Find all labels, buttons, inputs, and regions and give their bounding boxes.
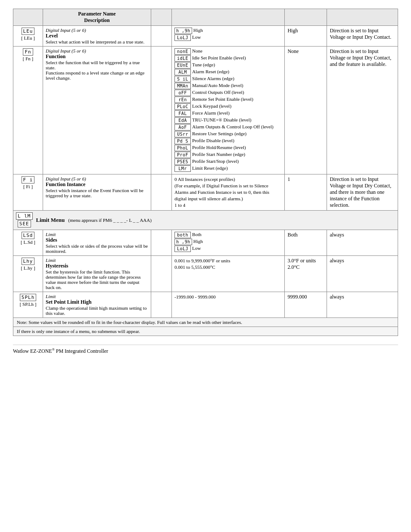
range-box: P5E5 [174, 159, 191, 165]
header-appears [327, 9, 398, 26]
param-italic: Limit [46, 258, 148, 263]
section-header-cell: L lM SEE Limit Menu (menu apprears if PM… [13, 211, 398, 230]
display-label: [ SP.Lh ] [16, 302, 40, 307]
header-settings [151, 9, 171, 26]
param-cell: Limit Sides Select which side or sides o… [43, 230, 151, 256]
header-param: Parameter NameDescription [43, 9, 151, 26]
param-cell: Digital Input (5 or 6) Level Select what… [43, 26, 151, 47]
param-bold: Set Point Limit High [46, 299, 148, 305]
range-item: LoLJ Low [174, 246, 282, 252]
range-text: 0 All Instances (except profiles)(For ex… [174, 177, 269, 208]
header-display [13, 9, 43, 26]
param-bold: Hysteresis [46, 263, 148, 269]
range-box: ProF [174, 152, 191, 158]
range-item: LMr Limit Reset (edge) [174, 165, 282, 172]
settings-cell [151, 174, 171, 211]
param-italic: Digital Input (5 or 6) [46, 176, 148, 181]
param-cell: Limit Hysteresis Set the hysteresis for … [43, 256, 151, 292]
settings-cell [151, 26, 171, 47]
appears-cell: Direction is set to Input Voltage or Inp… [327, 26, 398, 47]
main-table: Parameter NameDescription LEu [ LEu ] Di… [13, 9, 398, 336]
range-cell: nonE None idLE Idle Set Point Enable (le… [172, 47, 285, 174]
param-italic: Digital Input (5 or 6) [46, 48, 148, 53]
range-cell: h ,9h High LoLJ Low [172, 26, 285, 47]
range-item: EdA TRU-TUNE+® Disable (level) [174, 117, 282, 124]
default-cell: None [285, 47, 327, 174]
range-box: Pd S [174, 138, 191, 144]
range-label: Profile Start/Stop (level) [192, 159, 239, 164]
range-item: S iL Silence Alarms (edge) [174, 76, 282, 82]
range-box: LMr [174, 165, 191, 172]
range-box: AoF [174, 124, 191, 131]
range-item: h ,9h High [174, 239, 282, 245]
display-box-top: LEu [22, 28, 35, 35]
display-cell: Fn [ Fn ] [13, 47, 43, 174]
section-label: Limit Menu [36, 217, 65, 224]
display-cell: 5PLh [ SP.Lh ] [13, 292, 43, 318]
display-cell: Lhy [ L.hy ] [13, 256, 43, 292]
default-cell: 1 [285, 174, 327, 211]
range-box: h ,9h [174, 28, 192, 34]
range-label: Alarm Outputs & Control Loop Off (level) [192, 124, 274, 129]
default-cell: 3.0°F or units2.0°C [285, 256, 327, 292]
param-bold: Level [46, 33, 148, 39]
note-cell-1: If there is only one instance of a menu,… [13, 327, 398, 336]
range-label: Low [192, 246, 201, 251]
range-box: S iL [174, 76, 191, 82]
param-italic: Limit [46, 294, 148, 299]
range-cell: 0 All Instances (except profiles)(For ex… [172, 174, 285, 211]
display-box-top: F i [22, 176, 35, 184]
range-item: P5E5 Profile Start/Stop (level) [174, 159, 282, 165]
range-cell: 0.001 to 9,999.000°F or units0.001 to 5,… [172, 256, 285, 292]
display-box-top: Fn [23, 48, 33, 56]
range-box: LoLJ [174, 34, 191, 41]
range-item: FAL Force Alarm (level) [174, 110, 282, 117]
display-label: [ LEu ] [16, 35, 40, 40]
range-item: PLoC Lock Keypad (level) [174, 103, 282, 110]
range-label: Limit Reset (edge) [192, 165, 227, 171]
range-label: Tune (edge) [192, 62, 215, 67]
param-italic: Limit [46, 232, 148, 237]
range-item: USrr Restore User Settings (edge) [174, 131, 282, 137]
range-item: PhoL Profile Hold/Resume (level) [174, 145, 282, 151]
range-box: idLE [174, 55, 191, 62]
range-box: h ,9h [174, 239, 192, 245]
appears-cell: Direction is set to Input Voltage or Inp… [327, 47, 398, 174]
display-box-top: 5PLh [20, 294, 37, 301]
param-cell: Digital Input (5 or 6) Function Select t… [43, 47, 151, 174]
range-box: LoLJ [174, 246, 191, 252]
range-label: High [193, 28, 203, 33]
range-label: Lock Keypad (level) [192, 103, 231, 109]
range-label: Control Outputs Off (level) [192, 90, 244, 95]
param-bold: Function [46, 53, 148, 60]
display-label: [ Fi ] [16, 184, 40, 189]
param-italic: Digital Input (5 or 6) [46, 28, 148, 33]
range-item: LoLJ Low [174, 34, 282, 41]
range-cell: both Both h ,9h High LoLJ Low [172, 230, 285, 256]
range-box: MMAn [174, 83, 191, 89]
range-label: Profile Start Number (edge) [192, 152, 245, 157]
footer-left: Watlow EZ-ZONE® PM Integrated Controller [13, 348, 108, 355]
display-label: [ L.hy ] [16, 265, 40, 271]
range-cell: -1999.000 - 9999.000 [172, 292, 285, 318]
range-label: Both [192, 232, 201, 237]
section-header-content: L lM SEE Limit Menu (menu apprears if PM… [16, 212, 395, 228]
range-item: EUnE Tune (edge) [174, 62, 282, 68]
display-cell: F i [ Fi ] [13, 174, 43, 211]
appears-cell: always [327, 230, 398, 256]
range-label: TRU-TUNE+® Disable (level) [192, 117, 251, 122]
note-cell-0: Note: Some values will be rounded off to… [13, 318, 398, 327]
param-desc: Select which instance of the Event Funct… [46, 188, 148, 198]
param-desc: Set the hysteresis for the limit functio… [46, 269, 148, 290]
range-text: -1999.000 - 9999.000 [174, 294, 215, 299]
range-item: ProF Profile Start Number (edge) [174, 152, 282, 158]
default-cell: Both [285, 230, 327, 256]
range-box: EUnE [174, 62, 191, 68]
range-item: Pd S Profile Disable (level) [174, 138, 282, 144]
settings-cell [151, 256, 171, 292]
display-cell: LSd [ L.Sd ] [13, 230, 43, 256]
param-desc: Select the function that will be trigger… [46, 60, 148, 81]
footer: Watlow EZ-ZONE® PM Integrated Controller [13, 345, 398, 355]
settings-cell [151, 47, 171, 174]
display-label: [ Fn ] [16, 56, 40, 61]
